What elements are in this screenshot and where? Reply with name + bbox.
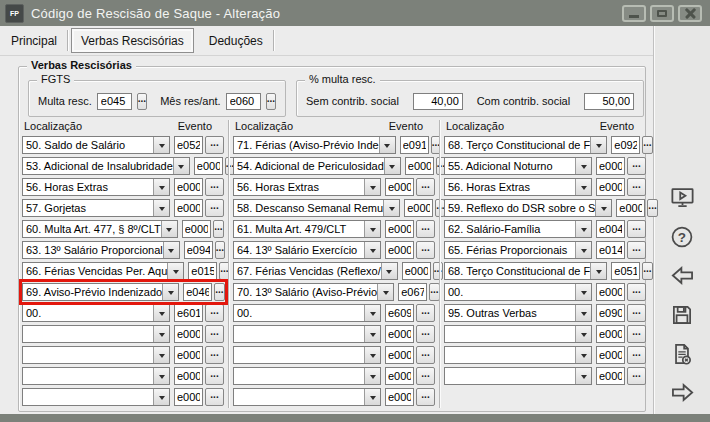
- chevron-down-icon[interactable]: [590, 263, 606, 279]
- chevron-down-icon[interactable]: [161, 221, 177, 237]
- tab-dedu-es[interactable]: Deduções: [198, 26, 274, 55]
- evento-lookup-button[interactable]: ...: [205, 304, 224, 322]
- localizacao-select[interactable]: 63. 13º Salário Proporcional: [22, 241, 180, 259]
- chevron-down-icon[interactable]: [383, 200, 399, 216]
- chevron-down-icon[interactable]: [364, 326, 380, 342]
- evento-lookup-button[interactable]: ...: [214, 283, 224, 301]
- chevron-down-icon[interactable]: [153, 179, 169, 195]
- evento-lookup-button[interactable]: ...: [627, 325, 646, 343]
- localizacao-select[interactable]: 60. Multa Art. 477, § 8º/CLT: [22, 220, 178, 238]
- chevron-down-icon[interactable]: [575, 221, 591, 237]
- help-icon[interactable]: ?: [666, 223, 698, 250]
- localizacao-select[interactable]: [22, 367, 170, 385]
- evento-lookup-button[interactable]: ...: [213, 220, 224, 238]
- chevron-down-icon[interactable]: [384, 158, 400, 174]
- localizacao-select[interactable]: 66. Férias Vencidas Per. Aqu: [22, 262, 184, 280]
- evento-input[interactable]: [385, 388, 414, 406]
- localizacao-select[interactable]: [444, 367, 592, 385]
- localizacao-select[interactable]: [22, 325, 170, 343]
- evento-input[interactable]: [385, 325, 414, 343]
- evento-input[interactable]: [596, 178, 625, 196]
- evento-input[interactable]: [611, 262, 640, 280]
- localizacao-select[interactable]: [444, 346, 592, 364]
- chevron-down-icon[interactable]: [162, 284, 178, 300]
- chevron-down-icon[interactable]: [167, 263, 183, 279]
- chevron-down-icon[interactable]: [153, 389, 169, 405]
- chevron-down-icon[interactable]: [364, 179, 380, 195]
- evento-input[interactable]: [596, 157, 625, 175]
- chevron-down-icon[interactable]: [575, 368, 591, 384]
- evento-lookup-button[interactable]: ...: [205, 367, 224, 385]
- localizacao-select[interactable]: 68. Terço Constitucional de F: [444, 262, 607, 280]
- evento-input[interactable]: [174, 325, 203, 343]
- localizacao-select[interactable]: 68. Terço Constitucional de F: [444, 136, 607, 154]
- localizacao-select[interactable]: 71. Férias (Aviso-Prévio Inde: [233, 136, 396, 154]
- evento-input[interactable]: [400, 136, 429, 154]
- localizacao-select[interactable]: [444, 325, 592, 343]
- chevron-down-icon[interactable]: [364, 389, 380, 405]
- evento-input[interactable]: [402, 262, 431, 280]
- evento-lookup-button[interactable]: ...: [205, 346, 224, 364]
- evento-lookup-button[interactable]: ...: [627, 178, 646, 196]
- evento-input[interactable]: [404, 199, 433, 217]
- localizacao-select[interactable]: 00.: [444, 283, 592, 301]
- chevron-down-icon[interactable]: [364, 305, 380, 321]
- evento-input[interactable]: [174, 388, 203, 406]
- chevron-down-icon[interactable]: [575, 158, 591, 174]
- chevron-down-icon[interactable]: [364, 221, 380, 237]
- evento-lookup-button[interactable]: ...: [627, 304, 646, 322]
- evento-lookup-button[interactable]: ...: [627, 346, 646, 364]
- evento-lookup-button[interactable]: ...: [416, 367, 435, 385]
- localizacao-select[interactable]: 65. Férias Proporcionais: [444, 241, 592, 259]
- chevron-down-icon[interactable]: [153, 347, 169, 363]
- evento-input[interactable]: [174, 178, 203, 196]
- evento-input[interactable]: [596, 346, 625, 364]
- localizacao-select[interactable]: 56. Horas Extras: [22, 178, 170, 196]
- evento-lookup-button[interactable]: ...: [205, 136, 224, 154]
- evento-input[interactable]: [385, 178, 414, 196]
- localizacao-select[interactable]: [233, 325, 381, 343]
- evento-input[interactable]: [596, 325, 625, 343]
- evento-lookup-button[interactable]: ...: [627, 220, 646, 238]
- evento-input[interactable]: [385, 304, 414, 322]
- evento-input[interactable]: [611, 136, 640, 154]
- localizacao-select[interactable]: 69. Aviso-Prévio Indenizado: [22, 283, 179, 301]
- evento-lookup-button[interactable]: ...: [416, 220, 435, 238]
- chevron-down-icon[interactable]: [153, 200, 169, 216]
- evento-input[interactable]: [183, 283, 212, 301]
- evento-lookup-button[interactable]: ...: [416, 241, 435, 259]
- evento-input[interactable]: [616, 199, 645, 217]
- evento-lookup-button[interactable]: ...: [647, 199, 657, 217]
- evento-lookup-button[interactable]: ...: [416, 304, 435, 322]
- localizacao-select[interactable]: 54. Adicional de Periculosidad: [233, 157, 401, 175]
- mes-res-ant-input[interactable]: [226, 93, 261, 110]
- chevron-down-icon[interactable]: [379, 137, 395, 153]
- localizacao-select[interactable]: 50. Saldo de Salário: [22, 136, 170, 154]
- chevron-down-icon[interactable]: [575, 326, 591, 342]
- evento-input[interactable]: [174, 136, 203, 154]
- evento-input[interactable]: [398, 283, 427, 301]
- localizacao-select[interactable]: 00.: [233, 304, 381, 322]
- evento-input[interactable]: [182, 220, 211, 238]
- evento-lookup-button[interactable]: ...: [627, 157, 646, 175]
- evento-lookup-button[interactable]: ...: [416, 325, 435, 343]
- evento-input[interactable]: [385, 220, 414, 238]
- localizacao-select[interactable]: 53. Adicional de Insalubridade: [22, 157, 190, 175]
- localizacao-select[interactable]: 55. Adicional Noturno: [444, 157, 592, 175]
- localizacao-select[interactable]: [22, 388, 170, 406]
- chevron-down-icon[interactable]: [153, 368, 169, 384]
- evento-lookup-button[interactable]: ...: [416, 388, 435, 406]
- maximize-button[interactable]: [650, 5, 674, 22]
- evento-lookup-button[interactable]: ...: [416, 346, 435, 364]
- chevron-down-icon[interactable]: [173, 158, 189, 174]
- evento-lookup-button[interactable]: ...: [642, 136, 652, 154]
- chevron-down-icon[interactable]: [381, 263, 397, 279]
- evento-input[interactable]: [596, 304, 625, 322]
- evento-lookup-button[interactable]: ...: [205, 388, 224, 406]
- arrow-left-icon[interactable]: [666, 262, 698, 289]
- evento-input[interactable]: [596, 241, 625, 259]
- evento-input[interactable]: [596, 367, 625, 385]
- evento-lookup-button[interactable]: ...: [627, 367, 646, 385]
- tab-principal[interactable]: Principal: [0, 26, 68, 55]
- chevron-down-icon[interactable]: [575, 347, 591, 363]
